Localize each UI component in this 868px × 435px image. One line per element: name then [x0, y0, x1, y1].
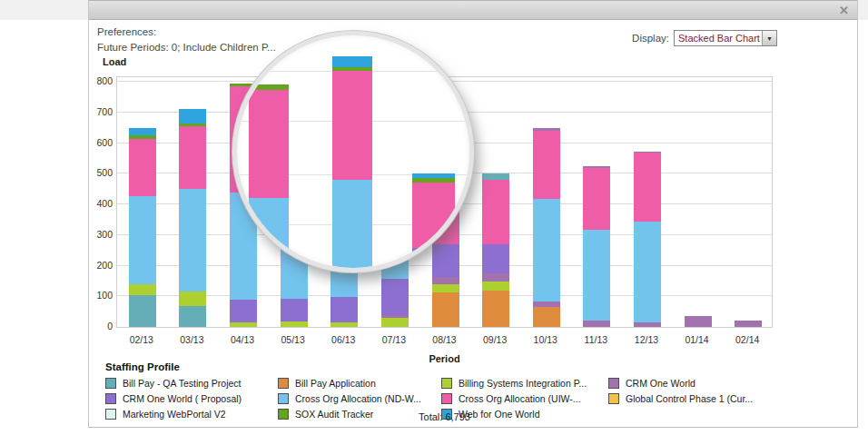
future-periods-label: Future Periods: 0; Include Children P... [97, 42, 276, 53]
legend-swatch [105, 393, 116, 404]
bar-segment[interactable] [482, 244, 509, 273]
legend-label: Cross Org Allocation (UIW-... [459, 393, 581, 404]
display-row: Display: Stacked Bar Chart ▼ [632, 30, 777, 46]
bar-10-13[interactable] [533, 128, 560, 327]
legend-swatch [441, 378, 452, 389]
y-tick-label: 800 [89, 75, 113, 86]
page: ✕ Preferences: Future Periods: 0; Includ… [0, 0, 868, 435]
bar-segment[interactable] [482, 282, 509, 291]
y-tick-label: 300 [89, 229, 113, 240]
bar-segment[interactable] [179, 126, 206, 189]
preferences-label: Preferences: [97, 26, 156, 37]
y-tick-label: 600 [89, 137, 113, 148]
display-select-value: Stacked Bar Chart [675, 31, 762, 45]
bar-segment[interactable] [583, 230, 610, 321]
bar-segment[interactable] [482, 180, 509, 244]
bar-11-13[interactable] [583, 166, 610, 327]
bar-01-14[interactable] [685, 316, 712, 327]
bar-segment[interactable] [482, 173, 509, 180]
bar-segment[interactable] [482, 291, 509, 327]
bar-segment[interactable] [583, 168, 610, 230]
y-tick-label: 200 [89, 260, 113, 271]
lens-bar-segment [332, 71, 372, 180]
bar-segment[interactable] [129, 128, 156, 135]
legend-item: Global Control Phase 1 (Cur... [608, 391, 753, 406]
dialog-titlebar: ✕ [89, 0, 857, 20]
bar-segment[interactable] [381, 318, 409, 327]
bar-segment[interactable] [381, 279, 409, 316]
x-tick-label: 12/13 [621, 334, 672, 345]
bar-12-13[interactable] [634, 152, 661, 327]
chevron-down-icon: ▼ [762, 31, 776, 45]
legend-swatch [278, 393, 289, 404]
bar-segment[interactable] [432, 284, 459, 292]
bar-segment[interactable] [281, 321, 308, 327]
legend-item: Bill Pay - QA Testing Project [105, 375, 278, 391]
bar-segment[interactable] [230, 300, 257, 322]
lens-bar-segment [332, 56, 372, 67]
bar-segment[interactable] [330, 322, 358, 327]
bar-segment[interactable] [179, 306, 206, 327]
legend-swatch [608, 378, 619, 389]
bar-02-13[interactable] [129, 128, 156, 327]
y-axis-title: Load [103, 56, 126, 67]
bar-segment[interactable] [432, 244, 459, 277]
x-tick-label: 05/13 [268, 334, 319, 345]
bar-segment[interactable] [432, 277, 459, 284]
lens-magnified-bar [332, 35, 372, 268]
legend-item: Cross Org Allocation (UIW-... [441, 391, 608, 406]
legend-swatch [105, 409, 116, 420]
x-tick-label: 02/13 [116, 334, 167, 345]
bar-segment[interactable] [281, 299, 308, 321]
legend-item: CRM One World [608, 375, 753, 391]
legend-swatch [441, 393, 452, 404]
bar-segment[interactable] [634, 322, 661, 327]
legend-label: Global Control Phase 1 (Cur... [626, 393, 753, 404]
bar-segment[interactable] [432, 292, 459, 327]
legend-label: Bill Pay - QA Testing Project [123, 378, 242, 389]
bar-segment[interactable] [129, 139, 156, 196]
bar-segment[interactable] [129, 295, 156, 327]
bar-09-13[interactable] [482, 173, 509, 327]
legend-item: Cross Org Allocation (ND-W... [278, 391, 441, 406]
x-tick-label: 06/13 [318, 334, 369, 345]
close-icon[interactable]: ✕ [831, 5, 857, 16]
bar-segment[interactable] [179, 292, 206, 306]
legend-swatch [105, 378, 116, 389]
bar-segment[interactable] [129, 196, 156, 284]
y-tick-label: 700 [89, 106, 113, 117]
bar-segment[interactable] [482, 273, 509, 282]
chart-dialog: ✕ Preferences: Future Periods: 0; Includ… [88, 0, 858, 428]
x-tick-label: 01/14 [672, 334, 723, 345]
legend-title: Staffing Profile [105, 361, 180, 372]
x-tick-label: 10/13 [520, 334, 571, 345]
bar-segment[interactable] [634, 222, 661, 322]
bar-segment[interactable] [179, 109, 206, 124]
bar-segment[interactable] [533, 131, 560, 199]
bar-segment[interactable] [685, 316, 712, 327]
bar-02-14[interactable] [735, 321, 762, 327]
bar-segment[interactable] [533, 199, 560, 302]
legend-item: Billing Systems Integration P... [441, 375, 608, 391]
lens-bar-segment [249, 90, 289, 198]
bar-segment[interactable] [179, 189, 206, 292]
x-tick-label: 11/13 [571, 334, 622, 345]
bar-segment[interactable] [735, 321, 762, 327]
y-tick-label: 0 [89, 321, 113, 331]
legend-label: Cross Org Allocation (ND-W... [295, 393, 421, 404]
bar-segment[interactable] [634, 153, 661, 221]
bar-segment[interactable] [533, 307, 560, 327]
lens-bar-segment [332, 180, 372, 272]
legend-label: Billing Systems Integration P... [459, 378, 587, 389]
legend-swatch [608, 393, 619, 404]
bar-segment[interactable] [583, 321, 610, 327]
x-tick-label: 09/13 [469, 334, 520, 345]
bar-segment[interactable] [330, 297, 358, 322]
x-tick-label: 04/13 [217, 334, 268, 345]
display-select[interactable]: Stacked Bar Chart ▼ [674, 30, 777, 46]
bar-segment[interactable] [129, 284, 156, 295]
bar-03-13[interactable] [179, 109, 206, 327]
x-tick-label: 08/13 [419, 334, 470, 345]
bar-segment[interactable] [230, 322, 257, 327]
legend-item: CRM One World ( Proposal) [105, 391, 278, 406]
